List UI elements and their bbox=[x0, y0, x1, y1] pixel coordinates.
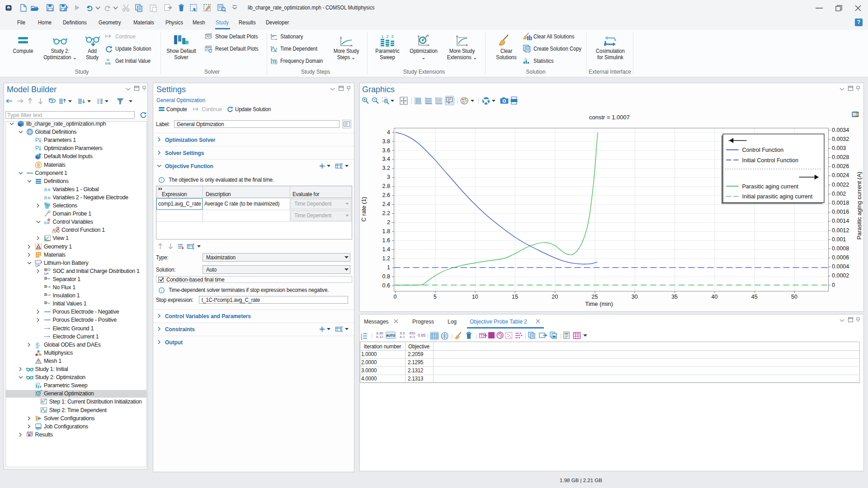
svg-text:2.4: 2.4 bbox=[382, 201, 390, 207]
svg-text:P: P bbox=[35, 137, 39, 143]
svg-text:10: 10 bbox=[472, 294, 478, 300]
svg-text:45: 45 bbox=[751, 294, 758, 300]
svg-text:Initial parasitic aging curren: Initial parasitic aging current bbox=[742, 193, 813, 200]
svg-text:0.003: 0.003 bbox=[832, 145, 846, 151]
svg-text:Initial Control Function: Initial Control Function bbox=[742, 157, 798, 164]
svg-text:a: a bbox=[44, 186, 47, 192]
svg-text:0: 0 bbox=[832, 282, 835, 288]
svg-text:0.002: 0.002 bbox=[832, 191, 846, 197]
svg-text:5: 5 bbox=[434, 294, 437, 300]
svg-text:0.0008: 0.0008 bbox=[832, 245, 849, 252]
svg-text:D: D bbox=[44, 300, 47, 305]
svg-text:0.0018: 0.0018 bbox=[832, 200, 849, 206]
svg-text:15: 15 bbox=[512, 294, 518, 300]
svg-text:1: 1 bbox=[387, 264, 390, 271]
svg-text:3: 3 bbox=[361, 338, 362, 340]
svg-text:D: D bbox=[44, 292, 47, 297]
svg-text:i: i bbox=[161, 178, 162, 183]
svg-text:Parasitic aging current (A): Parasitic aging current (A) bbox=[856, 172, 863, 239]
svg-text:1.4: 1.4 bbox=[382, 246, 390, 253]
svg-text:0.0016: 0.0016 bbox=[832, 209, 849, 215]
svg-text:1.8: 1.8 bbox=[382, 228, 390, 235]
svg-text:P: P bbox=[35, 145, 39, 151]
svg-text:0.6: 0.6 bbox=[382, 282, 390, 289]
svg-text:0: 0 bbox=[394, 294, 397, 300]
svg-text:0.0006: 0.0006 bbox=[832, 254, 849, 261]
svg-text:2: 2 bbox=[386, 34, 388, 39]
svg-text:D: D bbox=[44, 267, 47, 272]
svg-text:0.0022: 0.0022 bbox=[832, 182, 849, 188]
svg-text:0.001: 0.001 bbox=[832, 236, 846, 243]
svg-text:0.0004: 0.0004 bbox=[832, 263, 849, 270]
svg-text:0.0032: 0.0032 bbox=[832, 136, 849, 142]
svg-text:C rate (1): C rate (1) bbox=[360, 197, 367, 222]
svg-text:50: 50 bbox=[791, 294, 797, 300]
svg-text:20: 20 bbox=[552, 294, 558, 300]
svg-text:2.2: 2.2 bbox=[382, 210, 390, 216]
svg-text:Parasitic aging current: Parasitic aging current bbox=[742, 183, 799, 190]
svg-text:a: a bbox=[44, 220, 47, 225]
svg-text:0.0014: 0.0014 bbox=[832, 218, 849, 224]
svg-text:i: i bbox=[161, 288, 162, 293]
svg-text:30: 30 bbox=[632, 294, 638, 300]
svg-text:3.6: 3.6 bbox=[382, 147, 390, 154]
svg-text:3.2: 3.2 bbox=[382, 165, 390, 171]
svg-text:3: 3 bbox=[391, 34, 393, 39]
svg-text:Control Function: Control Function bbox=[742, 147, 784, 153]
svg-text:3: 3 bbox=[387, 174, 390, 180]
svg-text:0.0026: 0.0026 bbox=[832, 163, 849, 169]
svg-text:0.0024: 0.0024 bbox=[832, 172, 849, 178]
svg-text:0.0028: 0.0028 bbox=[832, 154, 849, 160]
svg-text:constr = 1.0007: constr = 1.0007 bbox=[589, 114, 630, 121]
svg-text:Time (min): Time (min) bbox=[585, 300, 613, 307]
svg-text:a: a bbox=[44, 194, 47, 201]
svg-text:1.6: 1.6 bbox=[382, 237, 390, 244]
svg-text:dt: dt bbox=[36, 345, 39, 349]
svg-text:2: 2 bbox=[387, 219, 390, 225]
svg-text:40: 40 bbox=[711, 294, 717, 300]
svg-text:3.4: 3.4 bbox=[382, 156, 390, 162]
svg-text:t=0: t=0 bbox=[105, 61, 110, 66]
svg-text:35: 35 bbox=[671, 294, 678, 300]
svg-text:D: D bbox=[44, 276, 47, 281]
svg-text:2.6: 2.6 bbox=[382, 192, 390, 198]
svg-text:2.8: 2.8 bbox=[382, 183, 390, 189]
svg-text:25: 25 bbox=[592, 294, 598, 300]
svg-text:0.0002: 0.0002 bbox=[832, 272, 849, 279]
svg-text:D: D bbox=[44, 284, 47, 289]
svg-text:Li+: Li+ bbox=[44, 272, 49, 275]
svg-text:0.0012: 0.0012 bbox=[832, 227, 849, 234]
svg-text:1.2: 1.2 bbox=[382, 255, 390, 262]
svg-text:1: 1 bbox=[381, 34, 383, 39]
svg-text:0.8: 0.8 bbox=[382, 273, 390, 280]
svg-text:0.0034: 0.0034 bbox=[832, 127, 849, 133]
svg-text:Li+: Li+ bbox=[36, 264, 40, 267]
svg-text:4: 4 bbox=[387, 129, 390, 136]
svg-text:123: 123 bbox=[35, 382, 40, 385]
svg-text:3.8: 3.8 bbox=[382, 138, 390, 145]
